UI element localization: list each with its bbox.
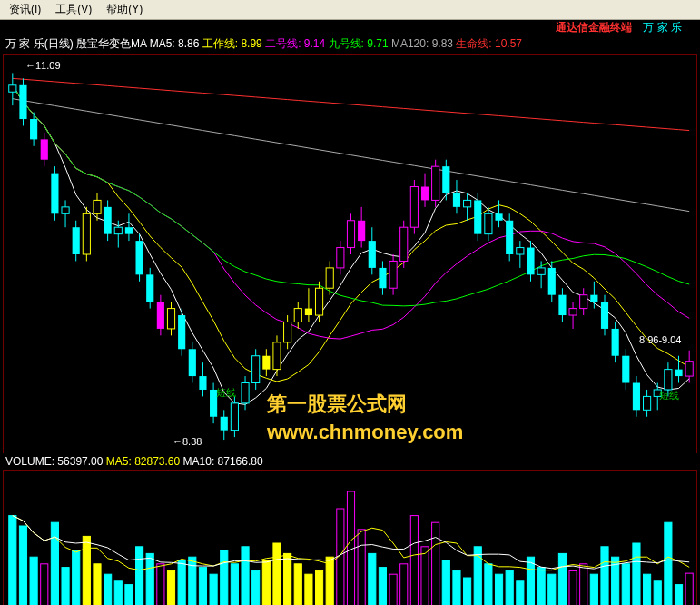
svg-rect-156 xyxy=(284,553,291,605)
vol-label: VOLUME: xyxy=(5,455,54,468)
svg-rect-146 xyxy=(178,560,185,605)
svg-rect-95 xyxy=(506,221,513,254)
short-annotation-1: 短线 xyxy=(216,386,236,400)
vol-ma10-value: 87166.80 xyxy=(218,455,263,468)
app-name: 通达信金融终端 xyxy=(556,20,632,35)
svg-rect-129 xyxy=(685,362,693,376)
volume-chart[interactable] xyxy=(3,470,697,605)
svg-rect-3 xyxy=(19,85,26,119)
vol-ma5-value: 82873.60 xyxy=(134,455,180,468)
svg-rect-59 xyxy=(315,288,322,315)
right-price-annotation: 8.96-9.04 xyxy=(639,334,681,345)
svg-rect-147 xyxy=(189,557,196,605)
life-label: 生命线: xyxy=(456,37,491,50)
svg-rect-141 xyxy=(125,585,133,605)
ma120-value: 9.83 xyxy=(432,37,453,50)
svg-rect-53 xyxy=(284,322,291,342)
svg-rect-155 xyxy=(273,543,281,605)
ma120-label: MA120: xyxy=(391,37,429,50)
svg-rect-176 xyxy=(495,574,502,605)
svg-rect-192 xyxy=(665,522,672,605)
svg-rect-182 xyxy=(558,553,566,605)
svg-rect-49 xyxy=(262,356,270,370)
svg-rect-140 xyxy=(114,581,122,605)
svg-rect-73 xyxy=(389,261,397,288)
svg-rect-157 xyxy=(294,564,301,605)
svg-rect-89 xyxy=(474,200,481,233)
svg-rect-83 xyxy=(442,166,449,193)
svg-rect-47 xyxy=(252,356,260,383)
svg-rect-79 xyxy=(421,187,429,201)
vol-value: 56397.00 xyxy=(57,455,103,468)
svg-rect-163 xyxy=(358,530,365,605)
svg-rect-45 xyxy=(242,383,249,403)
svg-rect-61 xyxy=(326,268,333,288)
svg-rect-5 xyxy=(30,119,37,139)
svg-rect-138 xyxy=(94,564,101,605)
watermark: 第一股票公式网 www.chnmoney.com xyxy=(267,391,463,447)
svg-rect-7 xyxy=(41,139,48,159)
svg-rect-130 xyxy=(9,516,16,605)
menu-info[interactable]: 资讯(I) xyxy=(9,2,41,17)
two-value: 9.14 xyxy=(304,37,325,50)
svg-rect-77 xyxy=(410,187,418,228)
svg-rect-9 xyxy=(51,174,58,214)
svg-rect-184 xyxy=(580,564,587,605)
volume-header: VOLUME: 56397.00 MA5: 82873.60 MA10: 871… xyxy=(0,453,700,470)
svg-rect-97 xyxy=(517,248,524,254)
candle-chart[interactable]: ←11.09 ←8.38 短线 短线 8.96-9.04 第一股票公式网 www… xyxy=(3,54,697,453)
svg-rect-143 xyxy=(146,553,153,605)
svg-rect-93 xyxy=(495,213,502,220)
svg-rect-142 xyxy=(136,547,143,605)
svg-rect-1 xyxy=(9,85,16,92)
svg-rect-166 xyxy=(389,574,397,605)
svg-rect-103 xyxy=(548,268,556,295)
svg-rect-13 xyxy=(73,227,80,254)
nine-value: 9.71 xyxy=(367,37,388,50)
nine-label: 九号线: xyxy=(329,37,364,50)
svg-rect-137 xyxy=(83,536,90,605)
svg-rect-132 xyxy=(30,557,37,605)
vol-ma5-label: MA5: xyxy=(106,455,132,468)
menu-help[interactable]: 帮助(Y) xyxy=(106,2,143,17)
svg-rect-115 xyxy=(612,329,619,356)
svg-rect-171 xyxy=(442,560,449,605)
svg-rect-180 xyxy=(537,568,545,605)
svg-rect-145 xyxy=(167,570,174,605)
indicator-header: 万 家 乐(日线) 殷宝华变色MA MA5: 8.86 工作线: 8.99 二号… xyxy=(0,35,700,54)
svg-rect-117 xyxy=(622,356,629,383)
svg-rect-51 xyxy=(273,342,281,370)
svg-rect-175 xyxy=(485,564,492,605)
svg-rect-127 xyxy=(675,370,682,376)
svg-rect-31 xyxy=(167,309,174,329)
svg-rect-190 xyxy=(644,574,651,605)
svg-rect-87 xyxy=(464,200,471,206)
svg-rect-135 xyxy=(62,568,69,605)
svg-rect-55 xyxy=(294,309,301,322)
svg-rect-81 xyxy=(432,166,439,200)
svg-rect-11 xyxy=(62,207,69,213)
svg-rect-91 xyxy=(485,213,492,233)
svg-rect-144 xyxy=(157,564,164,605)
svg-rect-169 xyxy=(421,547,429,605)
svg-rect-71 xyxy=(379,268,386,288)
two-label: 二号线: xyxy=(265,37,301,50)
svg-rect-151 xyxy=(231,564,238,605)
svg-rect-15 xyxy=(83,213,90,254)
svg-rect-63 xyxy=(337,248,344,268)
watermark-line2: www.chnmoney.com xyxy=(267,419,463,447)
svg-rect-21 xyxy=(114,227,122,233)
svg-rect-119 xyxy=(633,383,640,411)
svg-rect-29 xyxy=(157,302,164,329)
svg-rect-185 xyxy=(590,574,597,605)
svg-rect-148 xyxy=(199,568,206,605)
svg-rect-165 xyxy=(379,568,386,605)
svg-rect-121 xyxy=(644,396,651,410)
svg-rect-158 xyxy=(305,574,312,605)
svg-rect-167 xyxy=(400,564,408,605)
svg-rect-139 xyxy=(104,574,112,605)
menu-tools[interactable]: 工具(V) xyxy=(55,2,92,17)
svg-rect-99 xyxy=(527,248,534,275)
svg-rect-188 xyxy=(622,564,629,605)
svg-rect-136 xyxy=(73,550,80,605)
